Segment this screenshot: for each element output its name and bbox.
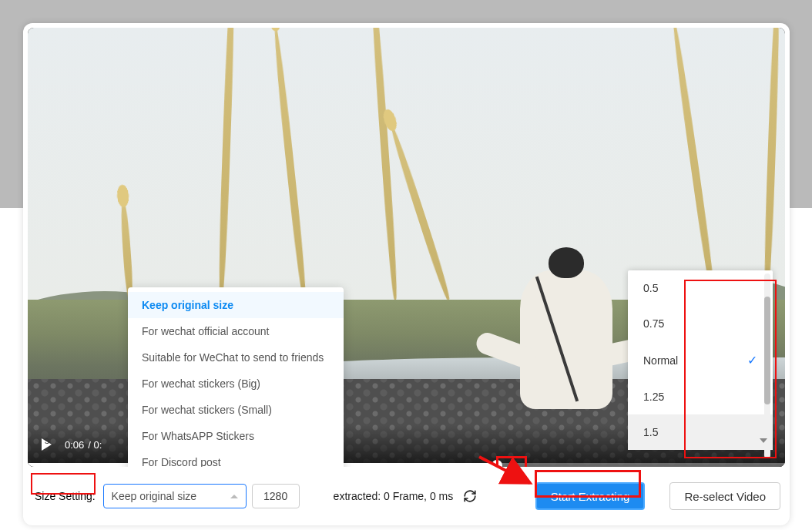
player-time-current: 0:06	[65, 439, 84, 451]
size-menu-item[interactable]: For wechat official account	[128, 318, 344, 344]
progress-thumb[interactable]	[492, 460, 502, 468]
extracted-status: extracted: 0 Frame, 0 ms	[334, 490, 454, 502]
player-time-sep: / 0:	[88, 439, 102, 451]
speed-menu-item[interactable]: 0.75	[628, 306, 773, 341]
stray-text: s	[45, 435, 49, 446]
speed-menu-item-label: Normal	[643, 354, 678, 367]
check-icon: ✓	[747, 353, 757, 367]
start-extracting-button[interactable]: Start Extracting	[535, 482, 646, 510]
width-input[interactable]: 1280	[252, 484, 300, 508]
playback-speed-menu: 0.50.75Normal✓1.251.5	[628, 270, 773, 450]
reselect-video-button[interactable]: Re-select Video	[669, 482, 780, 510]
video-player[interactable]: 0:06 / 0: s Keep original sizeFor wechat…	[28, 28, 785, 467]
speed-menu-scroll: 0.50.75Normal✓1.251.5	[628, 270, 773, 450]
size-preset-menu: Keep original sizeFor wechat official ac…	[128, 287, 344, 467]
chevron-up-icon	[230, 495, 238, 498]
speed-menu-item[interactable]: Normal✓	[628, 341, 773, 379]
size-setting-label: Size Setting:	[32, 488, 98, 504]
scrollbar[interactable]	[764, 273, 770, 458]
width-input-value: 1280	[263, 490, 287, 502]
start-extracting-label: Start Extracting	[551, 490, 630, 503]
size-setting-value: Keep original size	[112, 490, 197, 502]
size-menu-item[interactable]: Keep original size	[128, 292, 344, 318]
size-menu-item[interactable]: For WhatsAPP Stickers	[128, 423, 344, 449]
speed-menu-item-label: 1.25	[643, 391, 664, 403]
speed-menu-item[interactable]: 0.5	[628, 270, 773, 306]
refresh-icon[interactable]	[463, 489, 477, 503]
main-card: 0:06 / 0: s Keep original sizeFor wechat…	[23, 23, 790, 525]
size-menu-item[interactable]: For Discord post	[128, 449, 344, 467]
controls-row: Size Setting: Keep original size 1280 ex…	[23, 471, 790, 510]
size-setting-select[interactable]: Keep original size	[103, 484, 247, 508]
speed-menu-item[interactable]: 1.5	[628, 414, 773, 450]
speed-menu-item-label: 0.75	[643, 317, 664, 330]
speed-menu-item-label: 1.5	[643, 426, 658, 438]
speed-menu-item[interactable]: 1.25	[628, 379, 773, 414]
size-menu-item[interactable]: For wechat stickers (Big)	[128, 371, 344, 397]
size-menu-item[interactable]: Suitable for WeChat to send to friends	[128, 344, 344, 371]
chevron-down-icon[interactable]	[757, 434, 770, 448]
speed-menu-item-label: 0.5	[643, 282, 658, 294]
size-menu-item[interactable]: For wechat stickers (Small)	[128, 397, 344, 423]
reselect-video-label: Re-select Video	[684, 490, 766, 503]
